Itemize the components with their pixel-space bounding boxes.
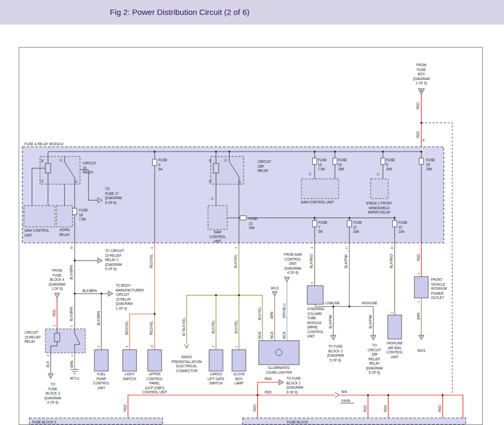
highline-label: HIGHLINE <box>362 301 378 305</box>
light-switch-label: LIGHTSWITCH <box>123 372 137 381</box>
fuse-block-label: FUSE BLOCK <box>287 420 309 424</box>
wire-label-blk-red: BLK/RED <box>309 254 313 268</box>
wire-label-red: RED <box>416 102 420 109</box>
wire-label-red-yel: RED/YEL <box>149 254 153 268</box>
page-title: Fig 2: Power Distribution Circuit (2 of … <box>110 7 250 17</box>
fuse-20-icon <box>333 158 337 164</box>
cigar-lighter-box <box>259 341 299 365</box>
wire-label-brn: BRN <box>417 312 420 320</box>
airbag-box <box>388 315 402 339</box>
wire-label-red: RED <box>265 390 272 394</box>
upper-control-panel-box <box>148 350 162 371</box>
pin-12: 12 <box>211 197 214 200</box>
glove-box-lamp-box <box>232 350 246 371</box>
wire-label-red-yel: RED/YEL <box>125 320 129 335</box>
pin-1: 1 <box>417 301 420 302</box>
pin-2: 2 <box>417 272 420 274</box>
pin-2: 2 <box>390 311 394 313</box>
wire-label-blk-pnk: BLK/PNK <box>344 254 348 268</box>
relay-pin-86: 86 <box>41 159 44 162</box>
pin-5: 5 <box>97 345 100 347</box>
cargo-lift-gate-label: CARGOLIFT GATESWITCH <box>207 372 224 385</box>
wire-label-nca: NCA <box>270 332 274 339</box>
wire-label-gry-blu: GRY/BLU <box>282 303 286 318</box>
header-bar <box>0 0 504 25</box>
pin-2: 2 <box>70 325 73 327</box>
wire-label-blk-brn: BLK/BRN <box>69 265 73 279</box>
pin-13: 13 <box>308 172 311 176</box>
pin-9: 9 <box>310 282 314 284</box>
wiring-diagram: Fig 2: Power Distribution Circuit (2 of … <box>0 0 504 425</box>
pin-87: 87 <box>377 172 380 176</box>
pin-13: 13 <box>150 345 154 348</box>
sam-right-label: SAM CONTROL UNIT <box>301 200 334 204</box>
mrm-box <box>307 286 323 304</box>
lowline-label: LOWLINE <box>325 301 340 305</box>
relay-pin-85: 85 <box>41 179 44 183</box>
wire-label-blk-brn: BLK/BRN <box>83 289 97 293</box>
wire-label-blk-pnk: BLK/PNK <box>369 314 372 328</box>
ground-w71-1-label: W71/1 <box>70 376 80 380</box>
pin-6: 6 <box>150 247 154 248</box>
wire-label-blk-yel: BLK/YEL <box>258 306 261 320</box>
header: Fig 2: Power Distribution Circuit (2 of … <box>0 0 504 25</box>
pin-1: 1 <box>70 355 74 356</box>
pin-2: 2 <box>235 345 238 347</box>
stage1-wiper-relay-label: STAGE 1 FRONTWINDSHIELDWIPER RELAY <box>366 201 393 214</box>
fuel-pump-box <box>94 350 108 371</box>
wire-label-red-yel: RED/YEL <box>149 320 153 335</box>
relay-pin-85: 85 <box>209 179 212 183</box>
wire-label-red: RED <box>265 377 272 381</box>
pin-18: 18 <box>70 246 73 249</box>
power-outlet-box <box>414 277 428 298</box>
wire-label-red: RED <box>363 405 367 412</box>
light-switch-box <box>123 350 137 371</box>
relay-pin-30: 30 <box>224 159 227 162</box>
relay-pin-87: 87 <box>238 180 242 183</box>
fuse-block-2-label: FUSE BLOCK 2 <box>32 420 57 424</box>
fuse-18-icon <box>73 208 77 215</box>
pin-3: 3 <box>212 345 215 347</box>
wire-label-red: RED <box>253 404 257 412</box>
fuse-block-box <box>243 418 466 424</box>
ground-w1-3-label: W1/3 <box>418 349 426 352</box>
fuse-relay-module-label: FUSE & RELAY MODULE <box>25 142 63 146</box>
pin-17: 17 <box>345 246 348 249</box>
wire-label-blk-red: BLK/RED <box>389 254 393 268</box>
pin-3: 3 <box>235 247 238 248</box>
fuse-13-icon <box>240 216 246 220</box>
wire-label-brn: BRN <box>70 360 74 368</box>
wire-label-nca: NCA <box>282 332 286 339</box>
fuse-11-icon <box>347 221 351 227</box>
wire-label-red: RED <box>417 254 420 261</box>
wire-label-nca: NCA <box>258 332 261 339</box>
wire-label-blk-yel: BLK/YEL <box>234 254 237 268</box>
fuse-4-icon <box>153 159 157 166</box>
fuse-12-icon <box>393 221 397 227</box>
wire-label-red: RED <box>416 131 420 138</box>
wire-label-blk-pnk: BLK/PNK <box>329 314 332 328</box>
ground-w1-3-label: W1/3 <box>271 286 279 290</box>
wire-label-blk: BLK <box>46 360 50 367</box>
pin-4: 4 <box>310 247 314 248</box>
fuse-25-icon <box>419 158 423 164</box>
horn-relay-label: HORNRELAY <box>59 228 70 237</box>
pin-34: 34 <box>422 139 425 142</box>
connector-x4-49-label: X4/49 <box>341 399 350 403</box>
sam-control-unit-right: SAM CONTROL UNIT <box>301 179 339 204</box>
bottom-fuse-blocks: FUSE BLOCK 2 FUSE BLOCK <box>29 418 466 424</box>
pin-15: 15 <box>390 246 394 249</box>
na-label: N/A <box>341 390 347 393</box>
relay-pin-86: 86 <box>209 159 212 162</box>
fuse-5-icon <box>381 158 385 164</box>
pin-8: 8 <box>125 345 129 347</box>
relay-pin-87: 87 <box>75 180 78 183</box>
wire-label-blk-brn: BLK/BRN <box>97 311 100 325</box>
fuse-19-icon <box>313 158 317 164</box>
fuse-relay-module: FUSE & RELAY MODULE 86 85 30 87 CIRCUIT1… <box>22 142 444 243</box>
wire-label-brn: BRN <box>270 311 274 319</box>
fuse-7-icon <box>313 221 317 227</box>
wire-label-red: RED <box>438 405 442 412</box>
wire-label-red: RED <box>52 309 56 317</box>
pin-4: 4 <box>46 355 50 356</box>
